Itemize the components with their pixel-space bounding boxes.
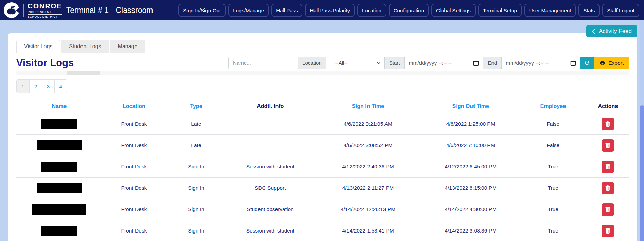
chevron-left-icon <box>592 29 595 34</box>
cell-employee: True <box>519 199 587 220</box>
visitor-logs-table: NameLocationTypeAddtl. InfoSign In TimeS… <box>16 99 629 241</box>
trash-icon <box>605 185 611 191</box>
tab-student-logs[interactable]: Student Logs <box>61 40 109 53</box>
vertical-scrollbar-thumb[interactable] <box>640 105 644 241</box>
cell-addtl-info: SDC Support <box>227 178 314 199</box>
column-header-name[interactable]: Name <box>16 99 102 113</box>
start-datetime-input[interactable]: mm/dd/yyyy --:-- -- <box>404 57 483 69</box>
brand-subline-2: SCHOOL DISTRICT <box>28 15 62 18</box>
cell-sign-out-time: 4/14/2022 3:08:36 PM <box>422 220 519 241</box>
name-filter-input[interactable] <box>228 57 298 69</box>
table-row: Front Desk Late 4/6/2022 9:21:05 AM 4/6/… <box>16 113 629 135</box>
cell-sign-in-time: 4/14/2022 1:53:41 PM <box>314 220 422 241</box>
cell-sign-out-time: 4/12/2022 6:45:00 PM <box>422 156 519 178</box>
navbar: CONROE INDEPENDENT SCHOOL DISTRICT Termi… <box>0 0 644 20</box>
nav-button-configuration[interactable]: Configuration <box>389 4 429 17</box>
delete-button[interactable] <box>602 139 614 152</box>
cell-sign-in-time: 4/12/2022 2:40:36 PM <box>314 156 422 178</box>
location-filter-label: Location <box>298 57 326 69</box>
printer-icon <box>600 60 605 66</box>
nav-button-user-management[interactable]: User Management <box>524 4 576 17</box>
horizontal-scrollbar[interactable] <box>16 71 629 75</box>
calendar-icon[interactable] <box>570 60 576 66</box>
navbar-buttons: Sign-In/Sign-OutLogs/ManageHall PassHall… <box>178 4 639 17</box>
cell-employee: True <box>519 156 587 178</box>
refresh-button[interactable] <box>580 57 594 69</box>
cell-sign-out-time: 4/6/2022 1:25:00 PM <box>422 113 519 135</box>
end-datetime-input[interactable]: mm/dd/yyyy --:-- -- <box>501 57 580 69</box>
activity-feed-button[interactable]: Activity Feed <box>586 25 637 37</box>
cell-location: Front Desk <box>102 113 166 135</box>
nav-button-hall-pass[interactable]: Hall Pass <box>271 4 302 17</box>
district-logo-icon <box>3 2 20 18</box>
page-button-3[interactable]: 3 <box>42 80 54 93</box>
cell-addtl-info <box>227 135 314 156</box>
redacted-name <box>41 162 77 172</box>
nav-button-location[interactable]: Location <box>357 4 386 17</box>
brand-name: CONROE <box>28 2 62 10</box>
cell-sign-in-time: 4/14/2022 12:26:13 PM <box>314 199 422 220</box>
table-row: Front Desk Sign In Session with student … <box>16 220 629 241</box>
tab-manage[interactable]: Manage <box>110 40 145 53</box>
page-button-4[interactable]: 4 <box>54 80 67 93</box>
location-select[interactable]: --All-- <box>326 57 385 69</box>
vertical-scrollbar[interactable] <box>640 20 644 241</box>
column-header-addtl-info: Addtl. Info <box>227 99 314 113</box>
cell-location: Front Desk <box>102 220 166 241</box>
delete-button[interactable] <box>602 161 614 173</box>
trash-icon <box>605 228 611 234</box>
tab-bar: Visitor LogsStudent LogsManage <box>16 40 629 53</box>
redacted-name <box>37 183 82 193</box>
cell-sign-out-time: 4/13/2022 6:15:00 PM <box>422 178 519 199</box>
chevron-down-icon <box>377 62 381 64</box>
cell-location: Front Desk <box>102 178 166 199</box>
nav-button-staff-logout[interactable]: Staff Logout <box>602 4 639 17</box>
column-header-type[interactable]: Type <box>166 99 227 113</box>
page-button-2[interactable]: 2 <box>29 80 42 93</box>
cell-addtl-info: Student observation <box>227 199 314 220</box>
nav-button-logs-manage[interactable]: Logs/Manage <box>228 4 269 17</box>
cell-type: Late <box>166 135 227 156</box>
nav-button-stats[interactable]: Stats <box>578 4 600 17</box>
horizontal-scrollbar-thumb[interactable] <box>67 71 100 75</box>
cell-employee: False <box>519 135 587 156</box>
cell-sign-in-time: 4/6/2022 3:08:52 PM <box>314 135 422 156</box>
column-header-location[interactable]: Location <box>102 99 166 113</box>
nav-button-terminal-setup[interactable]: Terminal Setup <box>478 4 522 17</box>
activity-feed-label: Activity Feed <box>599 28 632 35</box>
column-header-employee[interactable]: Employee <box>519 99 587 113</box>
heading-row: Visitor Logs Location --All-- Start mm/d… <box>16 57 629 69</box>
cell-type: Sign In <box>166 220 227 241</box>
cell-location: Front Desk <box>102 135 166 156</box>
delete-button[interactable] <box>602 225 614 237</box>
delete-button[interactable] <box>602 182 614 194</box>
table-row: Front Desk Sign In SDC Support 4/13/2022… <box>16 178 629 199</box>
cell-type: Sign In <box>166 156 227 178</box>
cell-location: Front Desk <box>102 199 166 220</box>
column-header-sign-out-time[interactable]: Sign Out Time <box>422 99 519 113</box>
export-button[interactable]: Export <box>594 57 629 69</box>
delete-button[interactable] <box>602 203 614 216</box>
nav-button-hall-pass-polarity[interactable]: Hall Pass Polarity <box>305 4 355 17</box>
column-header-sign-in-time[interactable]: Sign In Time <box>314 99 422 113</box>
column-header-actions: Actions <box>587 99 629 113</box>
cell-addtl-info: Session with student <box>227 220 314 241</box>
cell-employee: True <box>519 220 587 241</box>
nav-button-sign-in-sign-out[interactable]: Sign-In/Sign-Out <box>178 4 226 17</box>
cell-sign-out-time: 4/6/2022 7:10:00 PM <box>422 135 519 156</box>
table-row: Front Desk Late 4/6/2022 3:08:52 PM 4/6/… <box>16 135 629 156</box>
pagination: 1234 <box>16 79 67 93</box>
calendar-icon[interactable] <box>473 60 479 66</box>
tab-visitor-logs[interactable]: Visitor Logs <box>16 40 60 53</box>
cell-addtl-info: Session with student <box>227 156 314 178</box>
table-header-row: NameLocationTypeAddtl. InfoSign In TimeS… <box>16 99 629 113</box>
main-card: Visitor LogsStudent LogsManage Visitor L… <box>8 33 637 241</box>
redacted-name <box>41 226 77 236</box>
terminal-title: Terminal # 1 - Classroom <box>66 6 153 15</box>
nav-button-global-settings[interactable]: Global Settings <box>431 4 476 17</box>
trash-icon <box>605 143 611 148</box>
delete-button[interactable] <box>602 118 614 130</box>
page-button-1[interactable]: 1 <box>17 80 29 93</box>
brand-subline-1: INDEPENDENT <box>28 11 62 15</box>
trash-icon <box>605 207 611 212</box>
